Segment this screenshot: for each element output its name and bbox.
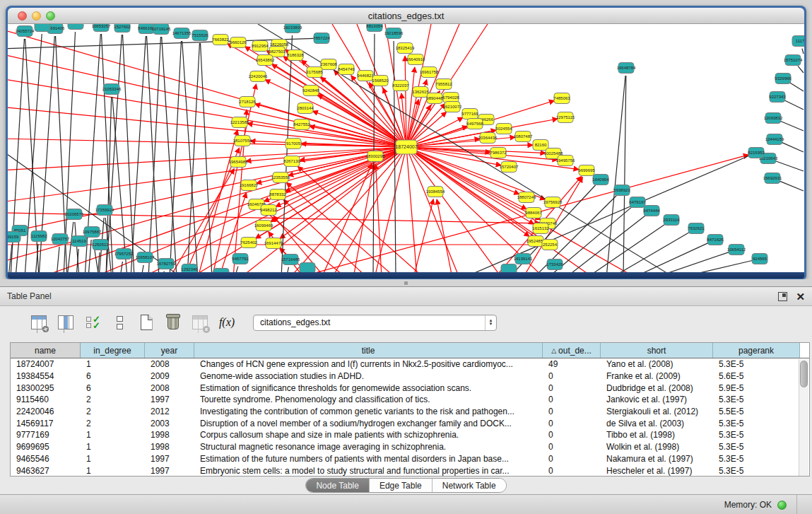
graph-node-1117[interactable]: 1117 <box>792 36 804 47</box>
table-row[interactable]: 1938455462009Genome-wide association stu… <box>11 370 809 382</box>
graph-node-1733426[interactable]: 1733426 <box>546 259 563 270</box>
graph-node-10654112[interactable]: 10654112 <box>727 245 746 255</box>
graph-node-7485063[interactable]: 7485063 <box>553 93 570 104</box>
graph-node-20364436[interactable]: 20364436 <box>478 133 498 144</box>
graph-node-18724007[interactable]: 18724007 <box>395 140 417 154</box>
graph-node-8215953[interactable]: 8215953 <box>748 148 765 158</box>
graph-node-6497568[interactable]: 6497568 <box>466 119 483 129</box>
graph-node-18807249[interactable]: 18807249 <box>517 192 536 203</box>
graph-node-21053346[interactable]: 21053346 <box>102 84 122 95</box>
graph-node-9890448[interactable]: 9890448 <box>426 93 443 104</box>
table-select-dropdown[interactable]: citations_edges.txt ▲▼ <box>253 315 497 331</box>
graph-node-18325419[interactable]: 18325419 <box>396 43 415 54</box>
graph-node-8427552[interactable]: 8427552 <box>293 119 310 130</box>
graph-node-7955812[interactable]: 7955812 <box>435 79 452 90</box>
minimize-window-button[interactable] <box>32 11 41 21</box>
graph-node-15692931[interactable]: 15692931 <box>763 173 782 184</box>
import-table-icon[interactable]: x <box>189 313 211 332</box>
graph-node-9660126[interactable]: 9660126 <box>230 37 247 48</box>
graph-node-16033809[interactable]: 16033809 <box>283 24 302 33</box>
delete-icon[interactable] <box>163 313 184 332</box>
column-header-year[interactable]: year <box>145 343 194 358</box>
graph-node-2933114[interactable]: 2933114 <box>664 215 681 226</box>
graph-node-1115682[interactable]: 1115682 <box>31 231 47 242</box>
graph-node-2803144[interactable]: 2803144 <box>297 103 314 114</box>
tab-network-table[interactable]: Network Table <box>433 479 506 492</box>
graph-node-17957252[interactable]: 17957252 <box>114 249 134 259</box>
column-header-title[interactable]: title <box>194 343 543 358</box>
graph-node-2718126[interactable]: 2718126 <box>239 97 256 107</box>
dropdown-stepper-icon[interactable]: ▲▼ <box>485 315 496 330</box>
graph-node-9777169[interactable]: 9777169 <box>461 109 478 119</box>
graph-node-252254[interactable]: 252254 <box>542 240 558 250</box>
graph-node-39159[interactable]: 39159 <box>8 232 20 243</box>
graph-node-7625402[interactable]: 7625402 <box>240 238 257 248</box>
graph-node-10719145[interactable]: 10719145 <box>152 24 171 35</box>
graph-node-7632621[interactable]: 7632621 <box>688 223 705 234</box>
graph-node-1250513[interactable]: 1250513 <box>92 240 109 250</box>
graph-node-114519[interactable]: 114519 <box>71 236 87 247</box>
graph-node-14136141[interactable]: 14136141 <box>514 254 533 264</box>
table-row[interactable]: 946362711997Embryonic stem cells: a mode… <box>11 465 809 477</box>
graph-node-16782759[interactable]: 16782759 <box>157 259 176 269</box>
column-header-in_degree[interactable]: in_degree <box>81 343 145 358</box>
graph-node-9242848[interactable]: 9242848 <box>302 86 319 96</box>
graph-node-12042757[interactable]: 12042757 <box>51 234 70 245</box>
table-row[interactable]: 946554611997Estimation of the future num… <box>11 453 809 465</box>
graph-node-18107554[interactable]: 18107554 <box>233 136 252 146</box>
graph-node-19218596[interactable]: 19218596 <box>384 28 404 39</box>
graph-node-16640910[interactable]: 16640910 <box>406 54 425 65</box>
graph-node-9884067[interactable]: 9884067 <box>525 208 542 218</box>
graph-node-10975887[interactable]: 10975887 <box>83 227 102 238</box>
table-row[interactable]: 977716911998Corpus callosum shape and si… <box>11 429 809 441</box>
tab-node-table[interactable]: Node Table <box>306 479 370 492</box>
graph-node-8471626[interactable]: 8471626 <box>707 235 724 245</box>
zoom-window-button[interactable] <box>46 11 55 21</box>
float-panel-icon[interactable] <box>778 292 787 301</box>
column-header-out_de[interactable]: △out_de... <box>543 343 601 358</box>
close-window-button[interactable] <box>18 11 27 21</box>
graph-node-1640954[interactable]: 1640954 <box>592 175 609 185</box>
scrollbar-thumb[interactable] <box>800 361 808 387</box>
graph-node-16099469[interactable]: 16099469 <box>254 221 273 231</box>
graph-node-9329966[interactable]: 9329966 <box>775 74 792 84</box>
table-row[interactable]: 969969511998Structural magnetic resonanc… <box>11 441 809 453</box>
column-header-short[interactable]: short <box>601 343 713 358</box>
graph-node-16914479[interactable]: 16914479 <box>264 238 283 249</box>
graph-node-5024554[interactable]: 5024554 <box>495 124 512 134</box>
graph-node-5938923[interactable]: 5938923 <box>613 185 630 196</box>
graph-node-15716485[interactable]: 15716485 <box>281 255 300 265</box>
graph-node-19654985[interactable]: 19654985 <box>229 157 248 168</box>
graph-node-22420046[interactable]: 22420046 <box>249 71 268 82</box>
graph-node-9498212[interactable]: 9498212 <box>260 205 277 216</box>
graph-node-19384554[interactable]: 19384554 <box>426 187 445 197</box>
graph-node-19495756[interactable]: 19495756 <box>556 156 575 166</box>
graph-node-8878332[interactable]: 8878332 <box>269 189 286 200</box>
graph-node[interactable] <box>68 24 83 30</box>
graph-node-20206576[interactable]: 20206576 <box>65 209 84 220</box>
graph-node-7857224[interactable]: 7857224 <box>313 33 330 44</box>
graph-node-9227343[interactable]: 9227343 <box>769 92 786 103</box>
graph-node-917005[interactable]: 917005 <box>286 139 301 149</box>
row-height-icon[interactable] <box>109 313 130 332</box>
graph-node-7663822[interactable]: 7663822 <box>212 35 229 45</box>
tab-edge-table[interactable]: Edge Table <box>370 479 433 492</box>
graph-node-10807487[interactable]: 10807487 <box>514 132 533 142</box>
column-header-name[interactable]: name <box>11 343 81 358</box>
graph-node-1292346[interactable]: 1292346 <box>181 264 198 273</box>
graph-node-3175685[interactable]: 3175685 <box>306 67 323 78</box>
select-columns-icon[interactable]: ✓✓ <box>82 313 103 332</box>
graph-node-9245012[interactable]: 9245012 <box>213 269 230 273</box>
network-canvas[interactable]: 2405572420691406106532571527602846616010… <box>8 24 804 272</box>
table-row[interactable]: 1872400712008Changes of HCN gene express… <box>11 358 809 370</box>
graph-node-12213589[interactable]: 12213589 <box>230 117 249 128</box>
graph-node-19166827[interactable]: 19166827 <box>240 180 259 191</box>
new-file-icon[interactable] <box>136 313 157 332</box>
table-row[interactable]: 2242004622012Investigating the contribut… <box>11 406 809 418</box>
splitter-grip-icon[interactable] <box>404 281 408 285</box>
graph-node-8322037[interactable]: 8322037 <box>392 81 409 91</box>
graph-node-6479197[interactable]: 6479197 <box>629 197 646 208</box>
table-row[interactable]: 911546021997Tourette syndrome. Phenomeno… <box>11 394 809 406</box>
function-builder-icon[interactable]: f(x) <box>216 313 237 332</box>
graph-node-8267130[interactable]: 8267130 <box>283 156 300 167</box>
